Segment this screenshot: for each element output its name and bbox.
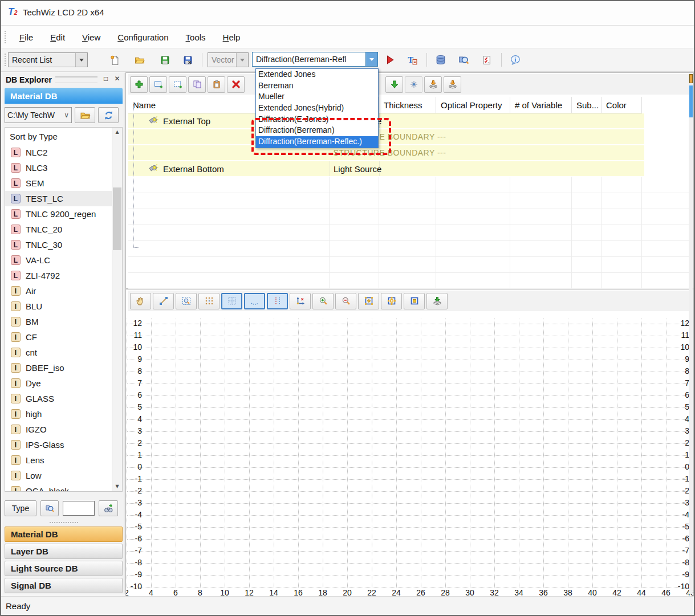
menu-item-view[interactable]: View	[75, 30, 107, 44]
about-info-button[interactable]: i	[507, 52, 524, 68]
column-header-sub-[interactable]: Sub...	[572, 97, 601, 113]
material-item-nlc2[interactable]: LNLC2	[5, 145, 112, 160]
add-layer-button[interactable]	[130, 76, 148, 93]
run-report-button[interactable]: T	[404, 52, 421, 68]
fit-all-button[interactable]	[381, 293, 402, 309]
recent-list-combo[interactable]: Recent List	[8, 52, 88, 67]
material-item-test-lc[interactable]: LTEST_LC	[5, 191, 112, 206]
method-combo[interactable]: Diffraction(Berreman-Refl	[252, 52, 378, 67]
menu-item-edit[interactable]: Edit	[43, 30, 72, 44]
material-item-dye[interactable]: IDye	[5, 376, 112, 391]
docked-panel-edge[interactable]	[689, 73, 693, 594]
boundary-row[interactable]: --- STRUCTURE BOUNDARY ---	[128, 129, 692, 145]
find-material-button[interactable]	[99, 500, 118, 516]
material-item-low[interactable]: ILow	[5, 468, 112, 483]
vector-combo-arrow[interactable]	[236, 53, 248, 67]
export-structure-alt-button[interactable]	[444, 76, 461, 93]
material-item-glass[interactable]: IGLASS	[5, 391, 112, 406]
material-item-tnlc-20[interactable]: LTNLC_20	[5, 222, 112, 237]
check-result-button[interactable]	[478, 52, 495, 68]
db-search-button[interactable]	[40, 500, 59, 516]
material-item-va-lc[interactable]: LVA-LC	[5, 252, 112, 268]
panel-float-button[interactable]: □	[101, 75, 111, 84]
material-item-igzo[interactable]: IIGZO	[5, 422, 112, 437]
material-item-tnlc-30[interactable]: LTNLC_30	[5, 237, 112, 252]
material-item-air[interactable]: IAir	[5, 283, 112, 299]
material-item-ips-glass[interactable]: IIPS-Glass	[5, 437, 112, 452]
material-item-tnlc-9200-regen[interactable]: LTNLC 9200_regen	[5, 206, 112, 222]
material-search-input[interactable]	[63, 501, 95, 516]
material-item-oca-black[interactable]: IOCA_black	[5, 483, 112, 492]
list-scrollbar[interactable]: ▲ ▼	[112, 128, 122, 491]
measure-tool-button[interactable]	[153, 293, 174, 309]
tab-material-db[interactable]: Material DB	[5, 527, 123, 542]
menu-item-tools[interactable]: Tools	[179, 30, 213, 44]
toggle-y-axis-button[interactable]	[267, 293, 288, 309]
material-item-bm[interactable]: IBM	[5, 314, 112, 329]
layer-row[interactable]: External BottomLight Source	[128, 161, 692, 177]
db-path-arrow[interactable]: ∨	[64, 111, 71, 119]
optimize-layer-button[interactable]	[405, 76, 422, 93]
material-item-blu[interactable]: IBLU	[5, 299, 112, 314]
recent-list-arrow[interactable]	[75, 53, 87, 67]
vector-combo[interactable]: Vector	[208, 52, 249, 67]
paste-layer-button[interactable]	[208, 76, 225, 93]
zoom-region-button[interactable]	[176, 293, 197, 309]
axes-origin-button[interactable]	[290, 293, 311, 309]
panel-close-button[interactable]: ✕	[112, 75, 122, 84]
docked-panel-tab-blue[interactable]	[689, 85, 693, 117]
export-image-button[interactable]	[426, 293, 448, 309]
copy-layer-button[interactable]	[188, 76, 206, 93]
database-find-button[interactable]	[455, 52, 472, 68]
tab-signal-db[interactable]: Signal DB	[5, 578, 123, 593]
method-combo-arrow[interactable]	[365, 52, 377, 66]
scroll-up-arrow[interactable]: ▲	[112, 128, 122, 137]
move-layer-down-button[interactable]	[385, 76, 403, 93]
pan-hand-button[interactable]	[130, 293, 151, 309]
method-option-0[interactable]: Extended Jones	[256, 69, 378, 80]
insert-layer-button[interactable]	[169, 76, 186, 93]
fit-width-button[interactable]	[358, 293, 379, 309]
column-header-thickness[interactable]: Thickness	[379, 97, 436, 113]
export-structure-button[interactable]	[424, 76, 442, 93]
menu-item-file[interactable]: File	[13, 30, 40, 44]
refresh-db-button[interactable]	[98, 107, 119, 123]
material-item-cf[interactable]: ICF	[5, 329, 112, 345]
docked-panel-tab-orange[interactable]	[689, 74, 693, 83]
fit-selection-button[interactable]	[404, 293, 425, 309]
save-as-button[interactable]	[179, 52, 196, 68]
sort-by-type-header[interactable]: Sort by Type	[5, 128, 122, 145]
zoom-out-button[interactable]	[335, 293, 356, 309]
column-header-optical-property[interactable]: Optical Property	[436, 97, 510, 113]
method-option-2[interactable]: Mueller	[256, 91, 378, 103]
scroll-down-arrow[interactable]: ▼	[112, 482, 122, 491]
menu-item-configuration[interactable]: Configuration	[111, 30, 175, 44]
column-header-#-of-variable[interactable]: # of Variable	[510, 97, 572, 113]
material-item-nlc3[interactable]: LNLC3	[5, 160, 112, 176]
browse-folder-button[interactable]	[75, 107, 95, 123]
material-item-zli-4792[interactable]: LZLI-4792	[5, 268, 112, 283]
method-option-1[interactable]: Berreman	[256, 80, 378, 92]
open-file-button[interactable]	[131, 52, 148, 68]
menu-item-help[interactable]: Help	[216, 30, 247, 44]
zoom-in-button[interactable]	[312, 293, 334, 309]
new-file-button[interactable]	[106, 52, 123, 68]
db-path-combo[interactable]: C:\My TechW ∨	[5, 107, 72, 123]
toggle-x-axis-button[interactable]	[244, 293, 265, 309]
add-layer-above-button[interactable]	[149, 76, 167, 93]
material-item-cnt[interactable]: Icnt	[5, 345, 112, 360]
tab-layer-db[interactable]: Layer DB	[5, 544, 123, 559]
scroll-thumb[interactable]	[113, 187, 121, 250]
boundary-row[interactable]: --- STRUCTURE BOUNDARY ---	[128, 145, 692, 161]
tab-light-source-db[interactable]: Light Source DB	[5, 561, 123, 576]
material-item-dbef-iso[interactable]: IDBEF_iso	[5, 360, 112, 376]
material-item-lens[interactable]: ILens	[5, 452, 112, 468]
layer-row[interactable]: External TopLight Source	[128, 113, 692, 129]
material-item-sem[interactable]: LSEM	[5, 176, 112, 191]
column-header-color[interactable]: Color	[601, 97, 642, 113]
database-viewer-button[interactable]	[432, 52, 449, 68]
run-simulation-button[interactable]	[381, 52, 399, 68]
method-option-3[interactable]: Extended Jones(Hybrid)	[256, 103, 378, 114]
toggle-grid-button[interactable]	[221, 293, 242, 309]
save-button[interactable]	[156, 52, 173, 68]
